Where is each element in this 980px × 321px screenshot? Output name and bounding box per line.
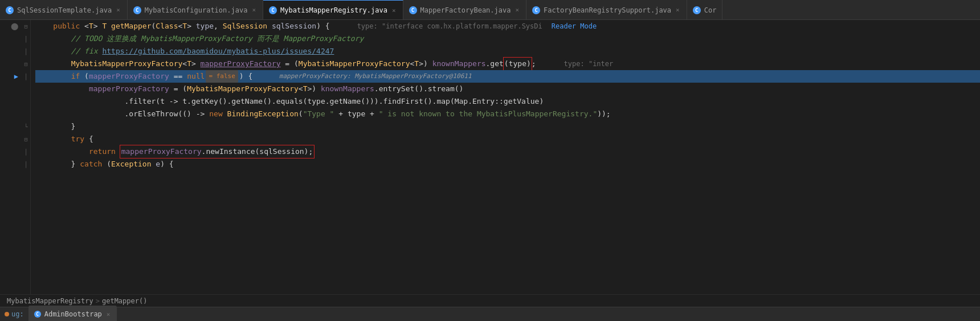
code-line-6: mapperProxyFactory = (MybatisMapperProxy…: [35, 83, 980, 95]
tab-icon-cor: C: [693, 6, 701, 14]
bottom-tab-icon: C: [34, 311, 41, 318]
right-hint-1: type: "interface com.hx.platform.mapper.…: [353, 20, 547, 34]
editor-main: ⬤ ▶ ⊟ │ │ ⊟ │ └ ⊟ │ │ public <T> T getMa…: [0, 20, 980, 294]
code-line-4: MybatisMapperProxyFactory<T> mapperProxy…: [35, 58, 980, 70]
tab-registry[interactable]: C MybatisMapperRegistry.java ×: [263, 0, 403, 20]
tab-mybatis[interactable]: C MybatisConfiguration.java ×: [128, 0, 263, 20]
tab-label-mybatis: MybatisConfiguration.java: [145, 6, 248, 14]
tab-factory[interactable]: C FactoryBeanRegistrySupport.java ×: [526, 0, 687, 20]
tab-close-sqls[interactable]: ×: [115, 6, 121, 14]
fold-markers: ⊟ │ │ ⊟ │ └ ⊟ │ │: [22, 20, 31, 294]
tab-icon-mybatis: C: [133, 6, 141, 14]
tab-icon-factory: C: [532, 6, 540, 14]
code-line-5: if (mapperProxyFactory == null= false) {…: [35, 70, 980, 83]
debug-text: ug:: [11, 307, 24, 322]
tab-icon-sqls: C: [6, 6, 14, 14]
code-line-12: } catch (Exception e) {: [35, 158, 980, 170]
tab-label-factory: FactoryBeanRegistrySupport.java: [544, 6, 671, 14]
tab-close-factory[interactable]: ×: [675, 6, 681, 14]
tab-cor[interactable]: C Cor: [687, 0, 723, 20]
tab-close-mybatis[interactable]: ×: [251, 6, 257, 14]
tab-icon-mapper: C: [409, 6, 417, 14]
line-numbers: ⬤ ▶: [0, 20, 22, 294]
debug-label: ug:: [5, 307, 24, 322]
code-line-2: // TODO 这里换成 MybatisMapperProxyFactory 而…: [35, 32, 980, 45]
line-num-5: ▶: [0, 70, 18, 83]
code-line-9: }: [35, 120, 980, 133]
tab-sqls[interactable]: C SqlSessionTemplate.java ×: [0, 0, 128, 20]
fold-marker-1[interactable]: ⊟: [22, 20, 30, 32]
tab-label-cor: Cor: [704, 6, 717, 14]
reader-mode-button[interactable]: Reader Mode: [552, 20, 597, 32]
code-editor[interactable]: public <T> T getMapper(Class<T> type, Sq…: [31, 20, 980, 294]
code-line-3: // fix https://github.com/baomidou/mybat…: [35, 45, 980, 58]
debug-dot: [5, 312, 9, 316]
tab-close-mapper[interactable]: ×: [514, 6, 520, 14]
bottom-bar: ug: C AdminBootstrap ×: [0, 307, 980, 321]
code-line-10: try {: [35, 133, 980, 145]
tab-icon-registry: C: [269, 6, 277, 14]
code-line-11: return mapperProxyFactory.newInstance(sq…: [35, 145, 980, 158]
bottom-tab-label: AdminBootstrap: [44, 307, 102, 322]
tab-bar: C SqlSessionTemplate.java × C MybatisCon…: [0, 0, 980, 20]
bottom-tab-admin[interactable]: C AdminBootstrap ×: [28, 306, 117, 322]
line-num-1: ⬤: [0, 20, 18, 32]
tab-close-registry[interactable]: ×: [391, 6, 397, 15]
breadcrumb-bar: MybatisMapperRegistry > getMapper(): [0, 294, 980, 307]
code-line-7: .filter(t -> t.getKey().getName().equals…: [35, 95, 980, 108]
tab-label-mapper: MapperFactoryBean.java: [420, 6, 511, 14]
tab-mapper[interactable]: C MapperFactoryBean.java ×: [403, 0, 527, 20]
bottom-tab-close[interactable]: ×: [105, 307, 112, 322]
tab-label-registry: MybatisMapperRegistry.java: [280, 6, 387, 14]
code-line-1: public <T> T getMapper(Class<T> type, Sq…: [35, 20, 980, 32]
tab-label-sqls: SqlSessionTemplate.java: [17, 6, 112, 14]
code-line-8: .orElseThrow(() -> new BindingException(…: [35, 108, 980, 120]
